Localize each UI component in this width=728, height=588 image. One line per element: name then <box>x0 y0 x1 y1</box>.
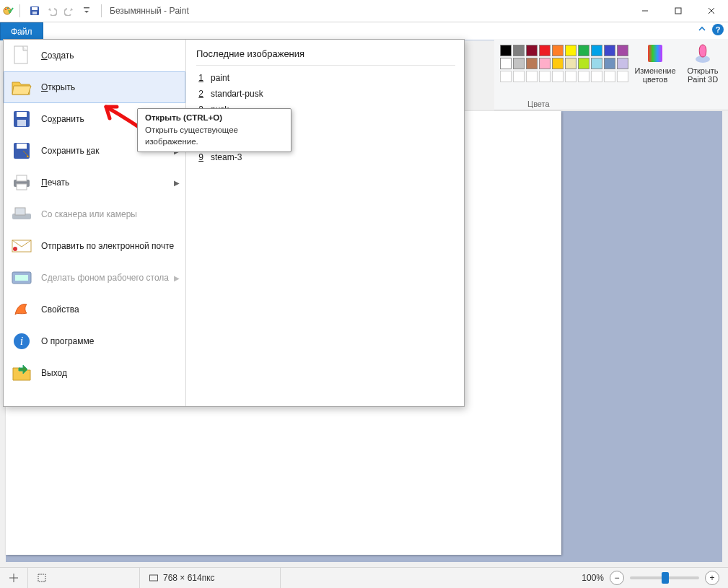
svg-point-3 <box>9 10 10 12</box>
file-menu-create[interactable]: Создать <box>4 40 185 71</box>
window-controls <box>628 0 728 22</box>
separator <box>19 4 20 17</box>
recent-name: paint <box>211 73 229 83</box>
submenu-arrow-icon: ▶ <box>174 274 180 282</box>
color-swatch-empty[interactable] <box>578 71 589 82</box>
svg-rect-21 <box>17 175 27 181</box>
color-swatch[interactable] <box>500 45 512 56</box>
color-swatch[interactable] <box>565 45 576 56</box>
color-swatch-empty[interactable] <box>552 71 563 82</box>
color-swatch[interactable] <box>500 58 512 69</box>
color-swatch[interactable] <box>552 45 563 56</box>
color-swatch-empty[interactable] <box>591 71 602 82</box>
file-menu-print[interactable]: Печать▶ <box>4 167 185 198</box>
file-menu-props[interactable]: Свойства <box>4 294 185 325</box>
color-swatch[interactable] <box>513 58 525 69</box>
file-tab[interactable]: Файл <box>0 22 43 40</box>
file-menu-wallpaper: Сделать фоном рабочего стола▶ <box>4 262 185 294</box>
file-menu-label: Сделать фоном рабочего стола <box>41 273 169 283</box>
color-swatch[interactable] <box>617 58 628 69</box>
zoom-controls: 100% − + <box>573 571 728 585</box>
open-icon <box>11 76 32 98</box>
edit-colors-label: Изменение цветов <box>634 66 676 84</box>
window-title: Безымянный - Paint <box>105 6 189 16</box>
open-paint3d-button[interactable]: Открыть Paint 3D <box>682 42 724 84</box>
zoom-value: 100% <box>582 573 604 583</box>
recent-index: 2 <box>196 89 203 99</box>
svg-rect-22 <box>17 184 27 190</box>
color-swatch[interactable] <box>526 58 538 69</box>
color-swatch[interactable] <box>552 58 563 69</box>
color-swatch-empty[interactable] <box>513 71 525 82</box>
help-icon[interactable]: ? <box>712 24 724 35</box>
recent-name: steam-3 <box>211 152 242 162</box>
maximize-button[interactable] <box>662 0 695 22</box>
color-swatch[interactable] <box>539 58 551 69</box>
color-swatch[interactable] <box>526 45 538 56</box>
statusbar-selection <box>28 568 140 588</box>
color-swatch-empty[interactable] <box>526 71 538 82</box>
recent-index: 9 <box>196 152 203 162</box>
color-swatch[interactable] <box>578 45 589 56</box>
zoom-out-button[interactable]: − <box>610 571 624 585</box>
color-swatch[interactable] <box>565 58 576 69</box>
color-swatch-empty[interactable] <box>617 71 628 82</box>
file-menu-label: Отправить по электронной почте <box>41 241 174 251</box>
file-menu-label: Сохранить как <box>41 146 99 156</box>
svg-rect-9 <box>675 8 681 14</box>
color-swatch[interactable] <box>591 58 602 69</box>
color-swatch[interactable] <box>604 45 615 56</box>
zoom-slider-thumb[interactable] <box>662 572 669 584</box>
svg-rect-34 <box>150 575 158 581</box>
about-icon: i <box>11 330 32 352</box>
quick-access-toolbar <box>24 3 97 19</box>
color-swatch[interactable] <box>604 58 615 69</box>
recent-item[interactable]: 1paint <box>196 70 455 86</box>
statusbar-size: 768 × 614пкс <box>140 568 281 588</box>
statusbar-filesize <box>281 568 399 588</box>
svg-rect-12 <box>648 45 662 62</box>
colors-group-label: Цвета <box>527 100 550 108</box>
redo-icon[interactable] <box>61 3 77 19</box>
file-menu-label: Выход <box>41 368 67 378</box>
open-paint3d-label: Открыть Paint 3D <box>682 66 724 84</box>
paint3d-icon <box>691 42 714 65</box>
selection-size-icon <box>37 573 47 583</box>
color-swatch-empty[interactable] <box>604 71 615 82</box>
svg-rect-24 <box>15 208 25 215</box>
zoom-in-button[interactable]: + <box>705 571 719 585</box>
svg-rect-19 <box>17 144 27 149</box>
save-icon[interactable] <box>27 3 43 19</box>
edit-colors-button[interactable]: Изменение цветов <box>634 42 676 84</box>
color-palette <box>500 42 628 82</box>
recent-name: standart-pusk <box>211 89 263 99</box>
zoom-slider[interactable] <box>630 576 699 579</box>
file-menu-exit[interactable]: Выход <box>4 357 185 389</box>
qat-dropdown-icon[interactable] <box>79 3 95 19</box>
save-icon <box>11 108 32 130</box>
file-menu-about[interactable]: iО программе <box>4 325 185 357</box>
close-button[interactable] <box>695 0 728 22</box>
color-swatch[interactable] <box>578 58 589 69</box>
recent-index: 1 <box>196 73 203 83</box>
file-menu-label: Создать <box>41 51 74 61</box>
recent-item[interactable]: 2standart-pusk <box>196 86 455 102</box>
collapse-ribbon-icon[interactable] <box>698 25 706 35</box>
file-menu-open[interactable]: Открыть <box>4 71 185 103</box>
minimize-button[interactable] <box>628 0 662 22</box>
color-swatch-empty[interactable] <box>539 71 551 82</box>
color-swatch[interactable] <box>513 45 525 56</box>
file-menu-send[interactable]: Отправить по электронной почте <box>4 230 185 262</box>
svg-rect-5 <box>32 7 38 10</box>
color-swatch-empty[interactable] <box>500 71 512 82</box>
statusbar-cursor <box>0 568 28 588</box>
svg-rect-7 <box>84 7 89 9</box>
undo-icon[interactable] <box>44 3 60 19</box>
tooltip: Открыть (CTRL+O) Открыть существующее из… <box>137 108 291 152</box>
color-swatch-empty[interactable] <box>565 71 576 82</box>
color-swatch[interactable] <box>539 45 551 56</box>
recent-title: Последние изображения <box>196 45 455 66</box>
paint-app-icon <box>3 5 14 17</box>
color-swatch[interactable] <box>591 45 602 56</box>
color-swatch[interactable] <box>617 45 628 56</box>
